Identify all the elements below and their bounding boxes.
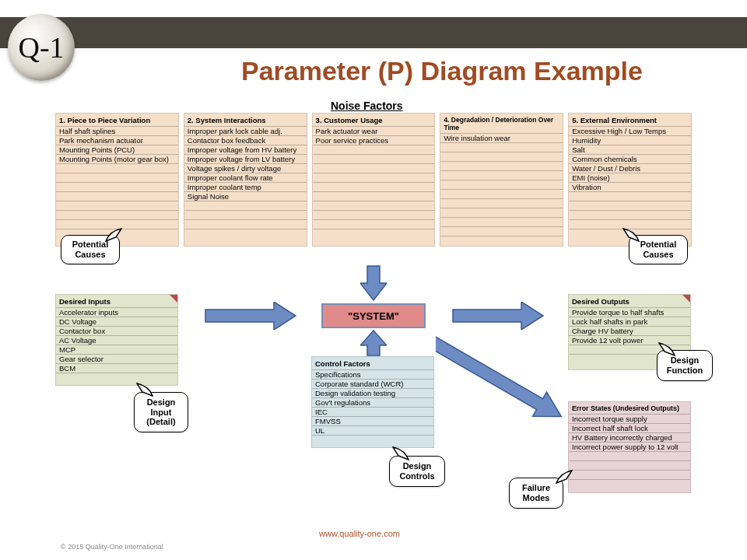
control-header: Control Factors — [312, 357, 433, 370]
inputs-header: Desired Inputs — [56, 295, 177, 308]
page-title: Parameter (P) Diagram Example — [241, 56, 643, 86]
list-item: Improper voltage from LV battery — [184, 155, 307, 164]
list-item: Accelerator inputs — [56, 308, 177, 317]
list-item: FMVSS — [312, 417, 433, 426]
list-item: Improper coolant temp — [184, 183, 307, 192]
list-item: Mounting Points (motor gear box) — [56, 155, 178, 164]
list-item: Gear selector — [56, 355, 177, 364]
list-item: AC Voltage — [56, 336, 177, 345]
noise-panel-3: 3. Customer Usage Park actuator wear Poo… — [312, 113, 436, 247]
list-item: Poor service practices — [313, 136, 435, 145]
list-item: MCP — [56, 345, 177, 355]
list-item: EMI (noise) — [569, 173, 691, 183]
callout-tail-icon — [658, 342, 675, 356]
header-bar — [0, 17, 747, 48]
callout-tail-icon — [556, 470, 573, 484]
list-item: Provide torque to half shafts — [569, 308, 690, 317]
noise-panel-header: 1. Piece to Piece Variation — [56, 114, 178, 127]
noise-panel-header: 3. Customer Usage — [313, 114, 435, 127]
list-item: Corporate standard (WCR) — [312, 380, 433, 389]
callout-tail-icon — [392, 446, 409, 460]
list-item: Gov't regulations — [312, 398, 433, 408]
list-item: Improper voltage from HV battery — [184, 145, 307, 155]
list-item: Salt — [569, 145, 691, 155]
list-item: Incorrect power supply to 12 volt — [569, 443, 690, 452]
list-item: Humidity — [569, 136, 691, 145]
inputs-panel: Desired Inputs Accelerator inputs DC Vol… — [55, 294, 178, 386]
logo: Q-1 — [8, 14, 75, 81]
system-box: "SYSTEM" — [321, 303, 426, 328]
list-item: BCM — [56, 364, 177, 373]
noise-panel-2: 2. System Interactions Improper park loc… — [184, 113, 307, 247]
list-item: Design validation testing — [312, 389, 433, 398]
list-item: Improper coolant flow rate — [184, 173, 307, 183]
list-item: Specifications — [312, 370, 433, 380]
callout-design-input: DesignInput(Detail) — [134, 392, 188, 432]
list-item: Park mechanism actuator — [56, 136, 178, 145]
callout-tail-icon — [136, 383, 153, 397]
arrow-diagonal-icon — [436, 327, 591, 420]
list-item: Vibration — [569, 183, 691, 192]
noise-factors-row: 1. Piece to Piece Variation Half shaft s… — [55, 113, 692, 247]
list-item: Park actuator wear — [313, 127, 435, 136]
list-item: Mounting Points (PCU) — [56, 145, 178, 155]
list-item: Voltage spikes / dirty voltage — [184, 164, 307, 173]
noise-panel-5: 5. External Environment Excessive High /… — [568, 113, 692, 247]
arrow-right-icon — [204, 302, 297, 330]
noise-panel-header: 5. External Environment — [569, 114, 691, 127]
callout-tail-icon — [105, 228, 122, 242]
list-item: HV Battery incorrectly charged — [569, 433, 690, 443]
list-item: Contactor box feedback — [184, 136, 307, 145]
noise-panel-4: 4. Degradation / Deterioration Over Time… — [440, 113, 563, 247]
list-item: Lock half shafts in park — [569, 317, 690, 327]
list-item: UL — [312, 426, 433, 436]
noise-factors-heading: Noise Factors — [331, 100, 403, 112]
list-item: Contactor box — [56, 327, 177, 336]
arrow-up-icon — [360, 330, 387, 356]
list-item: Half shaft splines — [56, 127, 178, 136]
list-item: DC Voltage — [56, 317, 177, 327]
footer-url: www.quality-one.com — [319, 529, 400, 538]
list-item: Improper park lock cable adj. — [184, 127, 307, 136]
callout-tail-icon — [622, 228, 640, 242]
list-item: Signal Noise — [184, 192, 307, 201]
noise-panel-1: 1. Piece to Piece Variation Half shaft s… — [55, 113, 179, 247]
footer-copyright: © 2015 Quality-One International — [61, 543, 163, 551]
callout-design-controls: DesignControls — [389, 456, 445, 487]
control-panel: Control Factors Specifications Corporate… — [311, 356, 434, 448]
list-item: IEC — [312, 408, 433, 417]
list-item: Incorrect half shaft lock — [569, 424, 690, 433]
list-item: Water / Dust / Debris — [569, 164, 691, 173]
list-item: Wire insulation wear — [440, 134, 563, 143]
outputs-header: Desired Outputs — [569, 295, 690, 308]
arrow-down-icon — [360, 264, 387, 302]
list-item: Common chemicals — [569, 155, 691, 164]
list-item: Excessive High / Low Temps — [569, 127, 691, 136]
noise-panel-header: 4. Degradation / Deterioration Over Time — [440, 114, 563, 134]
noise-panel-header: 2. System Interactions — [184, 114, 307, 127]
arrow-right-icon — [451, 302, 545, 330]
